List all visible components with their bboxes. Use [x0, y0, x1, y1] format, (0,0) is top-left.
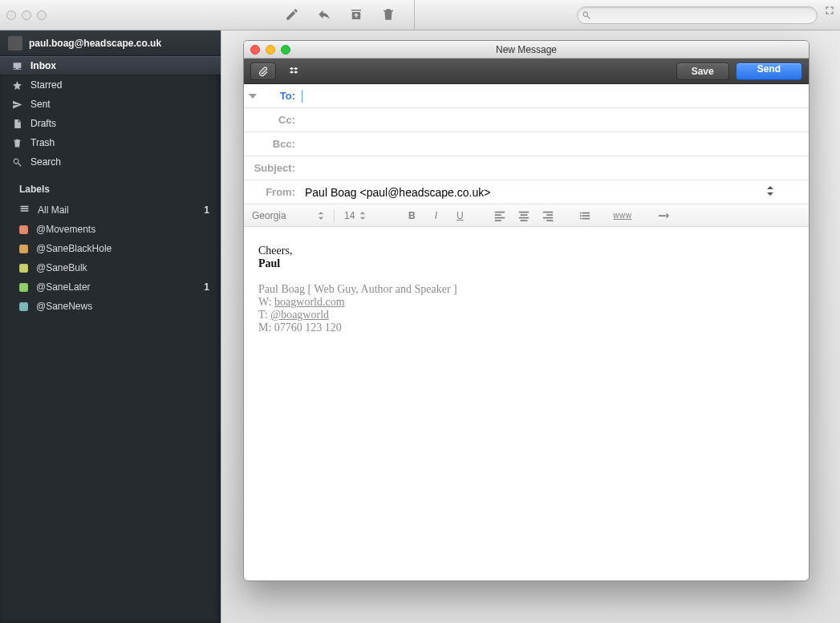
label-text: @Movements: [36, 224, 95, 235]
folder-list: Inbox Starred Sent Drafts Trash Search: [0, 56, 221, 172]
label-text: @SaneNews: [36, 301, 92, 312]
label-swatch: [19, 283, 28, 292]
sig-tw-prefix: T:: [258, 309, 270, 321]
sig-web-link[interactable]: boagworld.com: [274, 296, 344, 308]
sidebar-item-label: Starred: [30, 79, 62, 91]
to-label: To:: [262, 90, 302, 102]
align-center-button[interactable]: [515, 209, 533, 221]
font-size-value: 14: [344, 210, 355, 221]
stack-icon: [19, 204, 30, 216]
main-titlebar: [0, 0, 840, 30]
font-family-value: Georgia: [252, 210, 313, 221]
main-traffic-lights[interactable]: [6, 10, 47, 20]
sidebar-item-inbox[interactable]: Inbox: [0, 56, 221, 75]
sidebar-item-label: Trash: [30, 137, 55, 148]
close-icon[interactable]: [6, 10, 16, 20]
sig-tw-link[interactable]: @boagworld: [270, 309, 329, 321]
font-family-select[interactable]: Georgia: [252, 210, 324, 221]
bcc-label: Bcc:: [262, 138, 302, 150]
labels-list: All Mail1@Movements@SaneBlackHole@SaneBu…: [0, 200, 221, 316]
zoom-icon[interactable]: [37, 10, 47, 20]
toggle-recipients-button[interactable]: [244, 92, 262, 100]
label-text: @SaneBlackHole: [36, 243, 112, 254]
badge: 1: [204, 281, 209, 293]
close-icon[interactable]: [250, 45, 260, 55]
minimize-icon[interactable]: [266, 45, 275, 55]
from-row: From: Paul Boag <paul@headscape.co.uk>: [244, 180, 809, 204]
sidebar-item-drafts[interactable]: Drafts: [0, 114, 221, 133]
magnify-icon: [582, 10, 591, 20]
label-item-3[interactable]: @SaneBulk: [0, 258, 221, 277]
search-field[interactable]: [591, 10, 817, 22]
list-button[interactable]: [576, 209, 594, 221]
sig-twitter: T: @boagworld: [258, 309, 794, 322]
indent-button[interactable]: [655, 209, 672, 221]
subject-label: Subject:: [244, 162, 302, 174]
compose-fields: To: Cc: Bcc: Subject: From: Paul Boag <p…: [244, 84, 809, 204]
compose-toolbar: Save Send: [244, 59, 809, 84]
delete-button[interactable]: [379, 5, 398, 24]
from-select[interactable]: Paul Boag <paul@headscape.co.uk>: [302, 180, 809, 204]
link-button[interactable]: www: [613, 211, 631, 220]
zoom-icon[interactable]: [281, 45, 290, 55]
search-input[interactable]: [577, 6, 818, 24]
label-swatch: [19, 264, 28, 273]
label-text: @SaneBulk: [36, 262, 87, 273]
search-icon: [11, 157, 22, 168]
from-chevron-icon[interactable]: [767, 186, 773, 198]
dropbox-icon: [289, 66, 300, 77]
sidebar-item-search[interactable]: Search: [0, 152, 221, 172]
send-button[interactable]: Send: [736, 63, 802, 80]
bcc-row: Bcc:: [244, 132, 809, 156]
align-left-button[interactable]: [491, 209, 509, 221]
sidebar-item-trash[interactable]: Trash: [0, 133, 221, 152]
labels-header[interactable]: Labels: [0, 178, 221, 200]
sig-web-prefix: W:: [258, 296, 274, 308]
align-right-button[interactable]: [539, 209, 557, 221]
underline-button[interactable]: U: [451, 210, 469, 221]
star-icon: [11, 80, 22, 91]
to-input[interactable]: [302, 90, 809, 103]
compose-body[interactable]: Cheers, Paul Paul Boag [ Web Guy, Author…: [244, 227, 809, 581]
compose-button[interactable]: [282, 5, 302, 24]
reply-button[interactable]: [314, 5, 334, 24]
sidebar-item-label: Drafts: [30, 118, 56, 129]
bold-button[interactable]: B: [403, 210, 420, 221]
format-bar: Georgia 14 B I U www: [244, 204, 809, 227]
italic-button[interactable]: I: [427, 210, 444, 221]
sidebar-item-label: Search: [30, 156, 61, 168]
compose-traffic-lights[interactable]: [250, 45, 290, 55]
label-swatch: [19, 225, 28, 234]
labels-header-text: Labels: [19, 184, 50, 195]
account-row[interactable]: paul.boag@headscape.co.uk: [0, 30, 221, 56]
draft-icon: [11, 119, 22, 129]
inbox-icon: [11, 61, 22, 71]
toolbar-divider: [414, 0, 415, 30]
label-item-4[interactable]: @SaneLater1: [0, 277, 221, 297]
attach-button[interactable]: [250, 63, 276, 80]
sidebar-item-sent[interactable]: Sent: [0, 95, 221, 114]
avatar: [8, 36, 22, 51]
from-label: From:: [244, 186, 302, 198]
cc-input[interactable]: [302, 108, 809, 131]
compose-title: New Message: [244, 44, 809, 55]
sidebar-item-label: Sent: [30, 99, 51, 110]
cc-row: Cc:: [244, 108, 809, 132]
save-button[interactable]: Save: [676, 63, 729, 80]
subject-input[interactable]: [302, 156, 809, 180]
bcc-input[interactable]: [302, 132, 809, 156]
archive-button[interactable]: [347, 5, 366, 24]
minimize-icon[interactable]: [22, 10, 31, 20]
body-cheers: Cheers,: [258, 245, 794, 257]
sidebar: paul.boag@headscape.co.uk Inbox Starred …: [0, 30, 221, 623]
font-size-select[interactable]: 14: [344, 210, 366, 221]
label-item-0[interactable]: All Mail1: [0, 200, 221, 220]
account-email: paul.boag@headscape.co.uk: [29, 38, 161, 49]
dropbox-button[interactable]: [282, 63, 306, 80]
compose-titlebar[interactable]: New Message: [244, 41, 809, 59]
label-item-2[interactable]: @SaneBlackHole: [0, 239, 221, 258]
label-item-5[interactable]: @SaneNews: [0, 297, 221, 316]
sidebar-item-starred[interactable]: Starred: [0, 75, 221, 95]
label-item-1[interactable]: @Movements: [0, 220, 221, 239]
fullscreen-button[interactable]: [824, 5, 835, 18]
